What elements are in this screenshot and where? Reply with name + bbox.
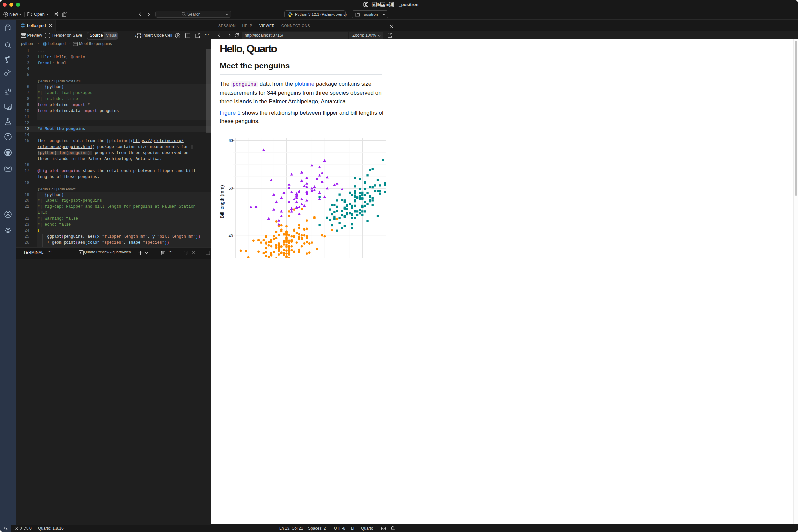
- svg-text:Bill length (mm): Bill length (mm): [220, 185, 225, 218]
